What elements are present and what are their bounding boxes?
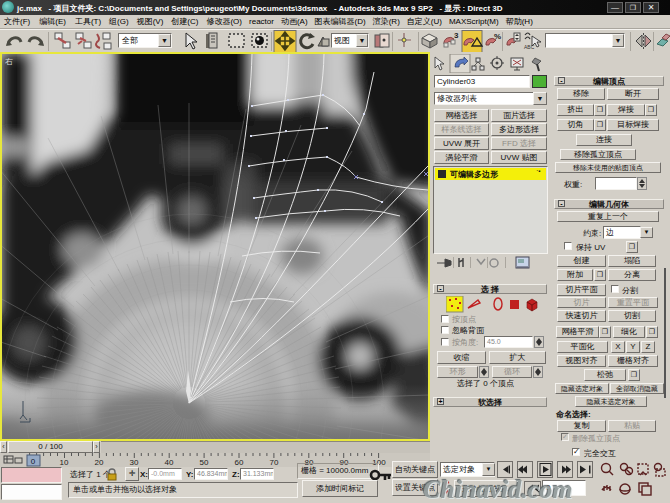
- svg-text:40: 40: [165, 458, 174, 467]
- svg-text:ABC: ABC: [524, 44, 535, 50]
- svg-text:50: 50: [200, 458, 209, 467]
- svg-text:20: 20: [95, 458, 104, 467]
- svg-text:右: 右: [5, 57, 13, 66]
- svg-text:30: 30: [130, 458, 139, 467]
- svg-text:60: 60: [235, 458, 244, 467]
- svg-text:10: 10: [60, 458, 69, 467]
- svg-text:%: %: [494, 32, 501, 41]
- svg-text:0: 0: [31, 457, 36, 466]
- svg-text:3: 3: [454, 31, 459, 40]
- svg-text:70: 70: [270, 458, 279, 467]
